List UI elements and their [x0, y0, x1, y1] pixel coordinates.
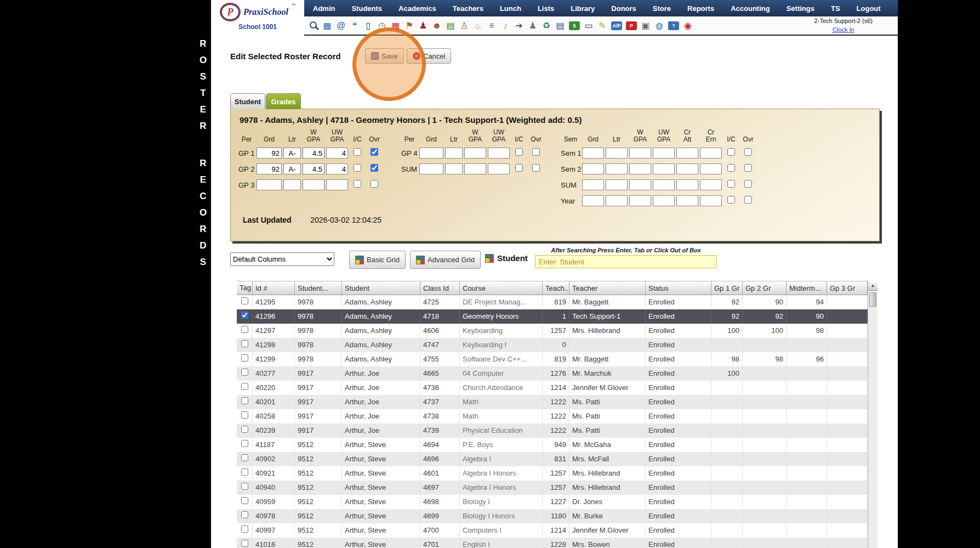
grade-input[interactable]: [700, 163, 722, 174]
cancel-button[interactable]: × Cancel: [407, 48, 451, 64]
grade-input[interactable]: [653, 163, 675, 174]
tag-checkbox[interactable]: [241, 483, 248, 490]
ovr-checkbox[interactable]: [371, 180, 378, 188]
nav-item-store[interactable]: Store: [646, 4, 677, 13]
nav-item-accounting[interactable]: Accounting: [724, 4, 777, 13]
nav-item-lunch[interactable]: Lunch: [493, 4, 528, 13]
grade-input[interactable]: [676, 148, 698, 159]
grade-input[interactable]: [653, 195, 675, 206]
columns-select[interactable]: Default Columns: [230, 252, 334, 266]
table-row[interactable]: 409029512Arthur, Steve4696Algebra I831Mr…: [237, 452, 878, 466]
announcement-icon[interactable]: ⚑: [403, 19, 415, 32]
grade-input[interactable]: [303, 179, 324, 190]
tag-checkbox[interactable]: [241, 326, 248, 333]
student-icon[interactable]: ♟: [417, 19, 429, 32]
ovr-checkbox[interactable]: [371, 148, 378, 156]
scrollbar-up-button[interactable]: ▲: [868, 281, 878, 291]
tag-checkbox[interactable]: [241, 540, 248, 547]
tag-checkbox[interactable]: [241, 511, 248, 518]
keyboard-icon[interactable]: ▭: [583, 19, 595, 32]
ic-checkbox[interactable]: [727, 148, 735, 156]
export-icon[interactable]: ➔: [513, 19, 525, 32]
nav-item-donors[interactable]: Donors: [605, 4, 643, 13]
ic-checkbox[interactable]: [727, 196, 735, 204]
grade-input[interactable]: [606, 179, 628, 190]
nav-item-settings[interactable]: Settings: [780, 4, 821, 13]
calendar-icon[interactable]: ▦: [390, 19, 402, 32]
table-row[interactable]: 412969978Adams, Ashley4718Geometry Honor…: [237, 309, 878, 324]
grade-input[interactable]: [676, 163, 698, 174]
grade-input[interactable]: [326, 179, 348, 190]
lunch-icon[interactable]: ♨: [472, 19, 484, 32]
highlighter-icon[interactable]: ✎: [596, 19, 608, 32]
grade-input[interactable]: [464, 148, 486, 159]
ovr-checkbox[interactable]: [532, 148, 540, 156]
ic-checkbox[interactable]: [354, 148, 361, 156]
table-row[interactable]: 411879512Arthur, Steve4694P.E. Boys949Mr…: [237, 438, 878, 452]
advanced-grid-button[interactable]: Advanced Grid: [410, 251, 481, 269]
tag-checkbox[interactable]: [241, 354, 248, 361]
table-row[interactable]: 409979512Arthur, Steve4700Computers I121…: [237, 523, 878, 538]
table-row[interactable]: 412959978Adams, Ashley4725DE Project Man…: [237, 295, 878, 309]
email-icon[interactable]: @: [335, 19, 347, 32]
grade-input[interactable]: [445, 148, 463, 159]
chat-icon[interactable]: ❝: [349, 19, 361, 32]
tag-checkbox[interactable]: [241, 369, 248, 376]
column-header[interactable]: Gp 3 Gr: [827, 281, 868, 295]
grade-input[interactable]: [653, 179, 675, 190]
table-row[interactable]: 402019917Arthur, Joe4737Math1222Ms. Patt…: [237, 395, 878, 409]
grade-input[interactable]: [488, 163, 510, 174]
scrollbar-thumb[interactable]: [869, 292, 876, 307]
ic-checkbox[interactable]: [727, 180, 735, 188]
column-header[interactable]: Teacher: [569, 281, 646, 295]
tab-grades[interactable]: Grades: [266, 93, 301, 109]
tag-checkbox[interactable]: [241, 526, 248, 533]
tag-checkbox[interactable]: [241, 497, 248, 504]
table-row[interactable]: 402209917Arthur, Joe4736Church Attendanc…: [237, 381, 878, 395]
ic-checkbox[interactable]: [515, 148, 523, 156]
people-icon[interactable]: ☻: [431, 19, 443, 32]
column-header[interactable]: Student: [342, 281, 420, 295]
ic-checkbox[interactable]: [354, 164, 361, 172]
ic-checkbox[interactable]: [354, 180, 361, 188]
grade-input[interactable]: [582, 195, 604, 206]
nav-item-logout[interactable]: Logout: [850, 4, 887, 13]
tab-student[interactable]: Student: [230, 93, 265, 109]
grade-input[interactable]: [283, 148, 301, 159]
nav-item-students[interactable]: Students: [345, 4, 389, 13]
column-header[interactable]: Midterm...: [787, 281, 827, 295]
grade-input[interactable]: [582, 179, 604, 190]
tag-checkbox[interactable]: [241, 468, 248, 476]
nav-item-library[interactable]: Library: [564, 4, 601, 13]
nav-item-ts[interactable]: TS: [824, 4, 847, 13]
grade-input[interactable]: [419, 148, 443, 159]
help-icon[interactable]: ?: [668, 21, 679, 30]
ap-icon[interactable]: A/P: [611, 21, 622, 30]
clock-icon[interactable]: ◷: [376, 19, 388, 32]
column-header[interactable]: Course: [460, 281, 543, 295]
save-button[interactable]: Save: [365, 48, 404, 64]
grade-input[interactable]: [653, 148, 675, 159]
ic-checkbox[interactable]: [727, 164, 735, 172]
column-header[interactable]: Teach...: [543, 281, 569, 295]
search-icon[interactable]: [307, 19, 320, 32]
nav-item-teachers[interactable]: Teachers: [446, 4, 490, 13]
tag-checkbox[interactable]: [241, 426, 248, 433]
table-row[interactable]: 412979978Adams, Ashley4606Keyboarding125…: [237, 324, 878, 338]
grade-input[interactable]: [629, 179, 651, 190]
grade-input[interactable]: [606, 163, 628, 174]
table-row[interactable]: 409789512Arthur, Steve4699Biology I Hono…: [237, 509, 878, 523]
notes-icon[interactable]: ▤: [445, 19, 457, 32]
grade-input[interactable]: [257, 148, 282, 159]
grade-input[interactable]: [326, 148, 348, 159]
nav-item-reports[interactable]: Reports: [681, 4, 721, 13]
tag-checkbox[interactable]: [241, 397, 248, 404]
attendance-grid-icon[interactable]: ▦: [321, 19, 333, 32]
pdf-icon[interactable]: P: [626, 21, 637, 30]
table-row[interactable]: 412989978Adams, Ashley4747Keyboarding I0…: [237, 338, 878, 352]
table-scrollbar[interactable]: ▲: [868, 281, 878, 548]
ovr-checkbox[interactable]: [744, 148, 752, 156]
grade-input[interactable]: [700, 148, 722, 159]
grade-input[interactable]: [582, 163, 604, 174]
table-row[interactable]: 409409512Arthur, Steve4697Algebra I Hono…: [237, 481, 878, 495]
